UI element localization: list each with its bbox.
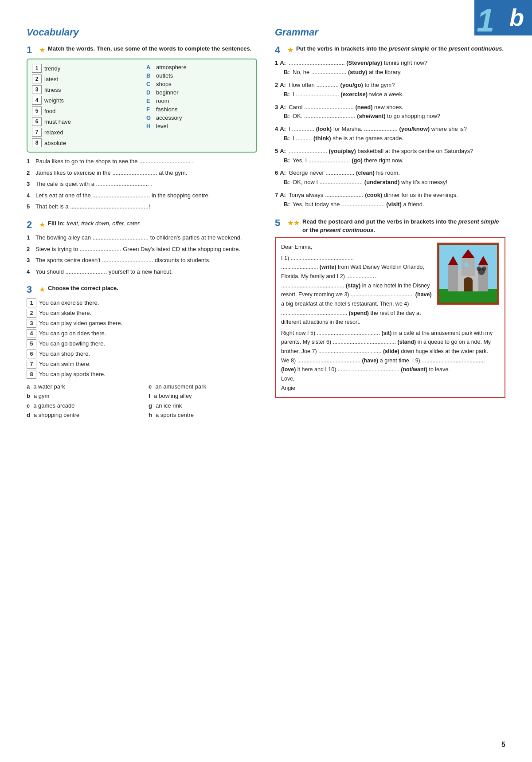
ex2-sentence-3: 3 The sports centre doesn't ............… bbox=[27, 256, 257, 265]
vocab-match-D: D beginner bbox=[146, 88, 252, 97]
ex2-sentence-2: 2 Steve is trying to ...................… bbox=[27, 245, 257, 254]
place-text-3: You can play video games there. bbox=[39, 320, 122, 326]
place-text-5: You can go bowling there. bbox=[39, 340, 105, 347]
qa-6-b: B: OK, now I ...........................… bbox=[284, 178, 505, 187]
place-row-7: 7 You can swim there. bbox=[27, 360, 257, 369]
answer-f: f a bowling alley bbox=[149, 392, 257, 401]
ex1-s1-num: 1 bbox=[27, 157, 33, 166]
postcard-greeting: Dear Emma, bbox=[281, 243, 433, 252]
place-text-4: You can go on rides there. bbox=[39, 330, 106, 337]
qa-6-b-text: OK, now I ........................... (u… bbox=[293, 178, 447, 187]
ex1-s3-num: 3 bbox=[27, 180, 33, 189]
answer-b: b a gym bbox=[27, 392, 135, 401]
vocab-letter-A: A bbox=[146, 64, 153, 71]
ex2-s1-text: The bowling alley can ..................… bbox=[35, 233, 242, 242]
answer-text-f: a bowling alley bbox=[154, 392, 192, 401]
answer-letter-e: e bbox=[149, 382, 152, 391]
qa-7-num: 7 bbox=[275, 191, 278, 200]
ex2-s3-text: The sports centre doesn't ..............… bbox=[35, 256, 211, 265]
vocab-word-7: relaxed bbox=[44, 129, 63, 136]
ex1-sentence-5: 5 That belt is a .......................… bbox=[27, 202, 257, 211]
vocab-letter-G: G bbox=[146, 114, 153, 121]
place-row-2: 2 You can skate there. bbox=[27, 309, 257, 318]
ex1-sentence-3: 3 The café is quiet with a .............… bbox=[27, 180, 257, 189]
page-number: 5 bbox=[501, 741, 505, 749]
answer-letter-a: a bbox=[27, 382, 30, 391]
qa-4-b: B: I .......... (think) she is at the ga… bbox=[284, 134, 505, 143]
exercise-4-num: 4 bbox=[275, 44, 285, 56]
svg-point-13 bbox=[477, 267, 481, 271]
vocab-row-4: 4 weights bbox=[32, 95, 137, 106]
vocab-letter-H: H bbox=[146, 123, 153, 130]
qa-2-b: B: I ........................... (exerci… bbox=[284, 90, 505, 99]
qa-3-a-text: Carol ............................... (n… bbox=[289, 103, 403, 112]
ex2-sentence-1: 1 The bowling alley can ................… bbox=[27, 233, 257, 242]
answer-letter-h: h bbox=[149, 411, 152, 420]
qa-4: 4 A: I .............. (look) for Marsha.… bbox=[275, 125, 505, 143]
qa-6-num: 6 bbox=[275, 169, 278, 178]
answer-letter-d: d bbox=[27, 411, 30, 420]
vocab-word-3: fitness bbox=[44, 86, 61, 93]
exercise-5-header: 5 ★★ Read the postcard and put the verbs… bbox=[275, 217, 505, 235]
postcard-footer: Right now I 5) .........................… bbox=[281, 329, 499, 393]
qa-1-a-label: A: bbox=[280, 59, 287, 68]
qa-5-b-text: Yes, I .......................... (go) t… bbox=[293, 156, 403, 165]
place-row-5: 5 You can go bowling there. bbox=[27, 339, 257, 348]
vocab-row-7: 7 relaxed bbox=[32, 127, 137, 137]
qa-5-a-text: ........................ (you/play) bask… bbox=[289, 147, 473, 156]
vocab-num-4: 4 bbox=[32, 96, 42, 105]
vocab-right-col: A atmosphere B outlets C shops D beginne… bbox=[146, 63, 252, 148]
vocab-word-2: latest bbox=[44, 76, 58, 82]
exercise-2-num: 2 bbox=[27, 219, 36, 231]
ex2-s3-num: 3 bbox=[27, 256, 33, 265]
ex1-s4-text: Let's eat at one of the ................… bbox=[35, 191, 210, 200]
vocab-match-F: F fashions bbox=[146, 105, 252, 114]
place-text-2: You can skate there. bbox=[39, 310, 91, 316]
exercise-1-num: 1 bbox=[27, 44, 36, 56]
answer-d: d a shopping centre bbox=[27, 411, 135, 420]
vocab-word-1: trendy bbox=[44, 65, 60, 72]
qa-2-a-text: How often .............. (you/go) to the… bbox=[289, 81, 395, 90]
answer-letter-f: f bbox=[149, 392, 150, 401]
vocab-match-C: C shops bbox=[146, 80, 252, 88]
qa-1-num: 1 bbox=[275, 59, 278, 68]
vocab-num-8: 8 bbox=[32, 138, 42, 147]
exercise-4-star: ★ bbox=[287, 46, 293, 54]
exercise-4-header: 4 ★ Put the verbs in brackets into the p… bbox=[275, 44, 505, 56]
exercise-3-num: 3 bbox=[27, 284, 36, 295]
vocabulary-title: Vocabulary bbox=[27, 27, 257, 38]
qa-7-a: 7 A: Tonya always ......................… bbox=[275, 191, 505, 200]
vocab-match-word-C: shops bbox=[156, 81, 172, 87]
qa-5-b: B: Yes, I .......................... (go… bbox=[284, 156, 505, 165]
qa-1-a-text: ................................... (Ste… bbox=[289, 59, 427, 68]
left-column: Vocabulary 1 ★ Match the words. Then, us… bbox=[27, 27, 257, 428]
exercise-3-header: 3 ★ Choose the correct place. bbox=[27, 284, 257, 295]
place-row-8: 8 You can play sports there. bbox=[27, 370, 257, 379]
exercise-3-instruction: Choose the correct place. bbox=[48, 284, 118, 293]
vocab-match-word-A: atmosphere bbox=[156, 64, 187, 71]
grammar-title: Grammar bbox=[275, 27, 505, 38]
vocab-row-6: 6 must have bbox=[32, 116, 137, 127]
qa-6: 6 A: George never .................. (cl… bbox=[275, 169, 505, 187]
ex1-sentence-4: 4 Let's eat at one of the ..............… bbox=[27, 191, 257, 200]
exercise-1-header: 1 ★ Match the words. Then, use some of t… bbox=[27, 44, 257, 56]
place-num-4: 4 bbox=[27, 329, 36, 338]
svg-rect-11 bbox=[465, 263, 468, 267]
place-row-1: 1 You can exercise there. bbox=[27, 299, 257, 307]
vocab-left-col: 1 trendy 2 latest 3 fitness 4 weights bbox=[32, 63, 137, 148]
qa-1: 1 A: ...................................… bbox=[275, 59, 505, 77]
exercise-5-star: ★★ bbox=[287, 219, 300, 227]
vocab-letter-E: E bbox=[146, 98, 153, 104]
qa-2-b-text: I ........................... (exercise)… bbox=[293, 90, 404, 99]
qa-1-b-label: B: bbox=[284, 68, 291, 77]
vocab-row-5: 5 food bbox=[32, 106, 137, 116]
place-row-4: 4 You can go on rides there. bbox=[27, 329, 257, 338]
qa-4-num: 4 bbox=[275, 125, 278, 134]
qa-7-b: B: Yes, but today she ..................… bbox=[284, 200, 505, 209]
vocab-row-1: 1 trendy bbox=[32, 63, 137, 74]
postcard-body: I 1) ...................................… bbox=[281, 254, 433, 327]
place-row-3: 3 You can play video games there. bbox=[27, 319, 257, 328]
corner-letter: b bbox=[509, 5, 524, 29]
vocab-match-table: 1 trendy 2 latest 3 fitness 4 weights bbox=[27, 59, 257, 153]
vocab-match-H: H level bbox=[146, 122, 252, 130]
